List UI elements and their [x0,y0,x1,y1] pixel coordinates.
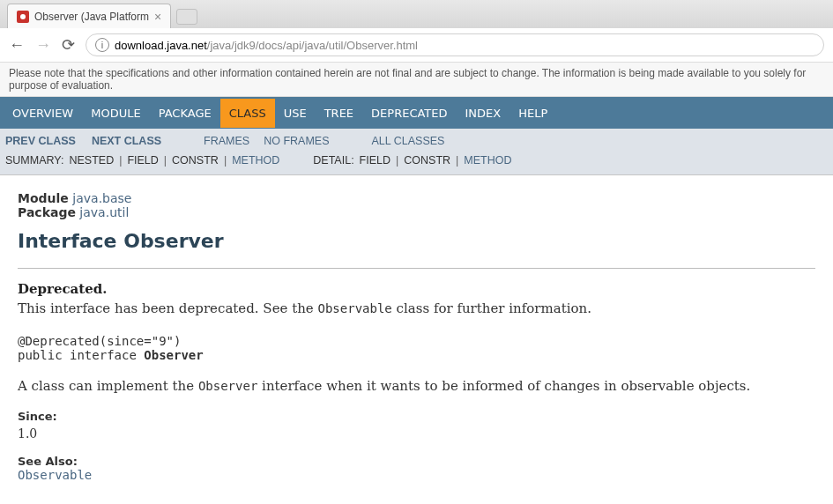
svg-point-1 [20,14,26,19]
no-frames-link[interactable]: NO FRAMES [264,135,329,147]
deprecated-title: Deprecated. [18,281,815,297]
url-text: download.java.net/java/jdk9/docs/api/jav… [115,39,418,52]
dep-text-1: This interface has been deprecated. See … [18,300,318,316]
page-title: Interface Observer [18,230,815,252]
nav-class[interactable]: CLASS [220,99,275,128]
module-link[interactable]: java.base [72,191,131,205]
class-signature: @Deprecated(since="9") public interface … [18,334,815,362]
url-bar[interactable]: i download.java.net/java/jdk9/docs/api/j… [86,33,824,56]
url-host: download.java.net [115,39,207,52]
sig-modifiers: public interface [18,348,144,362]
divider [18,268,815,269]
since-value: 1.0 [18,426,815,441]
back-button[interactable]: ← [9,36,25,55]
nav-module[interactable]: MODULE [82,99,149,128]
tab-title: Observer (Java Platform [34,11,149,23]
seealso-label: See Also: [18,455,815,468]
separator: | [224,154,227,167]
java-favicon [17,11,29,23]
sub-navigation: PREV CLASS NEXT CLASS FRAMES NO FRAMES A… [0,129,833,175]
page-content: Module java.base Package java.util Inter… [0,175,833,500]
nav-tree[interactable]: TREE [316,99,362,128]
sig-name: Observer [144,348,203,362]
summary-label: SUMMARY: [5,154,63,167]
detail-label: DETAIL: [313,154,353,167]
frames-link[interactable]: FRAMES [204,135,249,147]
all-classes-link[interactable]: ALL CLASSES [371,135,444,147]
separator: | [119,154,122,167]
separator: | [164,154,167,167]
nav-deprecated[interactable]: DEPRECATED [362,99,456,128]
detail-method-link[interactable]: METHOD [464,154,511,167]
module-label: Module [18,191,69,205]
package-line: Package java.util [18,205,815,219]
desc-code: Observer [198,379,257,393]
site-info-icon[interactable]: i [95,38,109,52]
nav-index[interactable]: INDEX [457,99,510,128]
package-link[interactable]: java.util [79,205,129,219]
sig-annotation: @Deprecated(since="9") [18,334,181,348]
browser-chrome: Observer (Java Platform × ← → ⟳ i downlo… [0,0,833,63]
reload-button[interactable]: ⟳ [62,35,75,55]
separator: | [396,154,398,167]
module-line: Module java.base [18,191,815,205]
seealso-link[interactable]: Observable [18,468,92,482]
detail-constr: CONSTR [404,154,450,167]
summary-field: FIELD [127,154,158,167]
browser-tab[interactable]: Observer (Java Platform × [7,4,171,28]
summary-constr: CONSTR [172,154,219,167]
desc-1: A class can implement the [18,378,198,394]
separator: | [456,154,458,167]
prev-class-link[interactable]: PREV CLASS [5,135,76,147]
dep-code: Observable [318,301,392,315]
tab-bar: Observer (Java Platform × [0,0,833,28]
new-tab-button[interactable] [176,9,197,25]
url-path: /java/jdk9/docs/api/java/util/Observer.h… [207,39,418,52]
nav-package[interactable]: PACKAGE [150,99,220,128]
top-navigation: OVERVIEW MODULE PACKAGE CLASS USE TREE D… [0,97,833,129]
class-description: A class can implement the Observer inter… [18,378,815,394]
nav-use[interactable]: USE [275,99,316,128]
detail-field: FIELD [360,154,390,167]
forward-button[interactable]: → [35,36,51,55]
nav-help[interactable]: HELP [509,99,556,128]
package-label: Package [18,205,76,219]
desc-2: interface when it wants to be informed o… [257,378,750,394]
browser-toolbar: ← → ⟳ i download.java.net/java/jdk9/docs… [0,28,833,63]
nav-overview[interactable]: OVERVIEW [4,99,82,128]
dep-text-2: class for further information. [392,300,591,316]
summary-method-link[interactable]: METHOD [232,154,279,167]
evaluation-notice: Please note that the specifications and … [0,63,833,97]
deprecated-text: This interface has been deprecated. See … [18,300,815,316]
since-label: Since: [18,410,815,423]
next-class-link[interactable]: NEXT CLASS [92,135,161,147]
summary-nested: NESTED [69,154,114,167]
seealso-value: Observable [18,468,815,482]
close-icon[interactable]: × [154,11,161,23]
